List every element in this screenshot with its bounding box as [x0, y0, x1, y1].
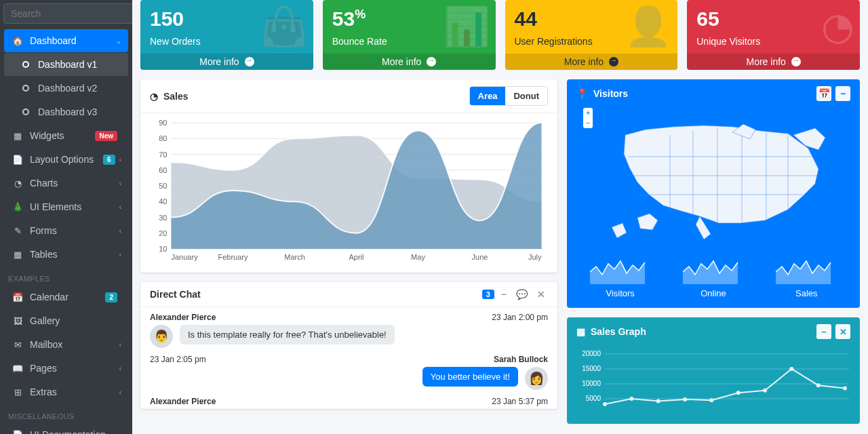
svg-point-39: [763, 389, 767, 393]
comments-icon[interactable]: 💬: [513, 289, 530, 300]
stat-card-unique-visitors: 65Unique Visitors◔More info: [687, 0, 860, 70]
chevron-left-icon: ‹: [119, 203, 121, 211]
sparkline-sales: Sales: [776, 257, 837, 298]
more-info-link[interactable]: More info: [687, 54, 860, 70]
sidebar-item-gallery[interactable]: 🖼Gallery: [4, 309, 128, 332]
badge: New: [95, 131, 117, 141]
chat-message: 👨Is this template really for free? That'…: [150, 325, 548, 348]
sparkline-visitors: Visitors: [590, 257, 651, 298]
chat-sender: Alexander Pierce: [150, 313, 216, 322]
calendar-icon: 📅: [11, 292, 24, 302]
arrow-circle-icon: [245, 57, 254, 66]
sidebar-item-label: Forms: [30, 225, 119, 236]
bars-icon: 📊: [443, 4, 490, 49]
svg-text:May: May: [411, 253, 425, 261]
tab-donut[interactable]: Donut: [505, 87, 547, 105]
zoom-in-button[interactable]: +: [583, 108, 593, 118]
search-input[interactable]: [3, 3, 132, 24]
svg-text:20: 20: [159, 229, 167, 237]
chat-time: 23 Jan 2:00 pm: [492, 313, 548, 322]
more-info-link[interactable]: More info: [323, 54, 496, 70]
chat-count-badge: 3: [482, 290, 494, 299]
badge: 6: [103, 155, 115, 165]
collapse-icon[interactable]: −: [816, 324, 831, 339]
usa-map[interactable]: [579, 108, 848, 247]
chat-bubble: Is this template really for free? That's…: [180, 325, 395, 344]
stat-card-new-orders: 150New Orders👜More info: [140, 0, 313, 70]
svg-point-34: [629, 397, 633, 401]
svg-text:June: June: [472, 253, 488, 261]
sidebar-item-dashboard[interactable]: 🏠Dashboard⌄: [4, 29, 128, 52]
svg-text:10: 10: [159, 245, 167, 253]
sidebar-item-ui-documentation[interactable]: 📄UI Documentation: [4, 423, 128, 434]
table-icon: ▦: [11, 250, 24, 260]
sidebar-item-pages[interactable]: 📖Pages‹: [4, 357, 128, 380]
sidebar: 🔍 🏠Dashboard⌄Dashboard v1Dashboard v2Das…: [0, 0, 132, 434]
sidebar-item-dashboard-v2[interactable]: Dashboard v2: [4, 77, 128, 100]
sales-area-chart: 102030405060708090JanuaryFebruaryMarchAp…: [150, 119, 548, 264]
sidebar-item-calendar[interactable]: 📅Calendar2: [4, 285, 128, 309]
sidebar-item-tables[interactable]: ▦Tables‹: [4, 243, 128, 266]
sidebar-item-mailbox[interactable]: ✉Mailbox‹: [4, 333, 128, 356]
stat-card-bounce-rate: 53%Bounce Rate📊More info: [323, 0, 496, 70]
arrow-circle-icon: [609, 57, 618, 66]
svg-text:60: 60: [159, 166, 167, 174]
svg-text:80: 80: [159, 134, 167, 142]
envelope-icon: ✉: [11, 340, 24, 350]
book-icon: 📖: [11, 363, 24, 374]
calendar-icon[interactable]: 📅: [816, 86, 831, 101]
stat-card-user-registrations: 44User Registrations👤More info: [505, 0, 678, 70]
svg-text:5000: 5000: [586, 395, 601, 402]
copy-icon: 📄: [11, 155, 24, 165]
sidebar-item-forms[interactable]: ✎Forms‹: [4, 219, 128, 242]
svg-text:April: April: [349, 253, 363, 261]
svg-point-33: [603, 402, 607, 406]
sidebar-search: 🔍: [0, 0, 132, 29]
sparkline-chart: [683, 257, 744, 284]
minus-icon[interactable]: −: [498, 289, 509, 300]
sidebar-item-label: Layout Options: [30, 154, 103, 165]
sidebar-item-extras[interactable]: ⊞Extras‹: [4, 380, 128, 403]
collapse-icon[interactable]: −: [835, 86, 850, 101]
sidebar-item-charts[interactable]: ◔Charts‹: [4, 172, 128, 195]
chevron-left-icon: ‹: [119, 365, 121, 372]
sparkline-online: Online: [683, 257, 744, 298]
sidebar-item-widgets[interactable]: ▦WidgetsNew: [4, 124, 128, 147]
sidebar-item-label: Charts: [30, 178, 119, 189]
th-icon: ▦: [576, 326, 585, 337]
svg-point-41: [816, 383, 821, 387]
avatar: 👩: [525, 367, 548, 390]
sparkline-label: Visitors: [590, 288, 651, 298]
more-info-link[interactable]: More info: [505, 54, 678, 70]
circle-icon: [19, 85, 33, 92]
sidebar-item-ui-elements[interactable]: 🎄UI Elements‹: [4, 195, 128, 218]
pie-icon: ◔: [11, 178, 24, 189]
direct-chat-title: Direct Chat: [150, 289, 201, 300]
sidebar-item-dashboard-v1[interactable]: Dashboard v1: [4, 53, 128, 76]
bag-icon: 👜: [260, 4, 308, 49]
svg-text:50: 50: [159, 182, 167, 190]
chevron-left-icon: ‹: [119, 227, 121, 235]
close-icon[interactable]: ✕: [534, 289, 548, 300]
sidebar-item-label: Gallery: [30, 315, 121, 326]
sidebar-item-label: Dashboard v2: [38, 83, 121, 94]
sidebar-item-label: Calendar: [30, 292, 105, 302]
circle-icon: [19, 108, 33, 115]
sidebar-item-label: UI Documentation: [30, 429, 121, 434]
chevron-left-icon: ‹: [119, 180, 121, 187]
close-icon[interactable]: ✕: [835, 324, 850, 339]
edit-icon: ✎: [11, 226, 24, 236]
chat-time: 23 Jan 2:05 pm: [150, 355, 206, 364]
chart-type-toggle: Area Donut: [469, 86, 548, 106]
zoom-out-button[interactable]: −: [583, 118, 593, 128]
sidebar-item-dashboard-v3[interactable]: Dashboard v3: [4, 100, 128, 123]
pie-icon: ◔: [821, 4, 854, 48]
sparkline-chart: [776, 257, 837, 284]
visitors-title: Visitors: [593, 88, 628, 99]
tab-area[interactable]: Area: [470, 87, 506, 105]
sidebar-item-label: Dashboard: [30, 35, 116, 46]
more-info-link[interactable]: More info: [140, 54, 313, 70]
sidebar-item-layout-options[interactable]: 📄Layout Options6‹: [4, 148, 128, 171]
map-zoom-controls: + −: [583, 108, 593, 128]
main-content: 150New Orders👜More info 53%Bounce Rate📊M…: [132, 0, 868, 434]
